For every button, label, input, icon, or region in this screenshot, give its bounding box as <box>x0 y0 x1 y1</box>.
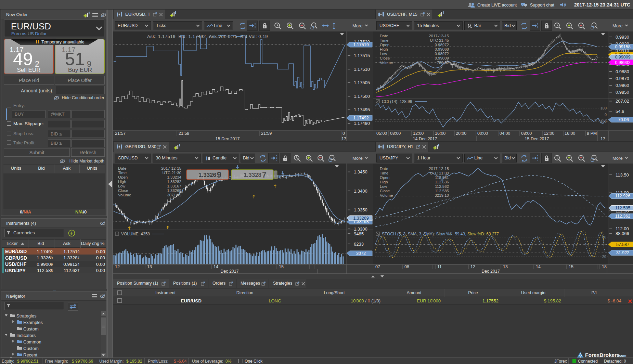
svg-text:1.33269: 1.33269 <box>353 216 369 221</box>
svg-text:14: 14 <box>536 264 541 269</box>
svg-text:0.99009: 0.99009 <box>615 55 630 60</box>
svg-text:Close: Close <box>118 188 128 193</box>
svg-text:21:58: 21:58 <box>179 131 189 136</box>
svg-text:20: 20 <box>602 255 606 259</box>
svg-text:Date: Date <box>380 167 388 171</box>
svg-text:Dec 2017: Dec 2017 <box>481 269 500 274</box>
svg-text:14: 14 <box>214 264 218 269</box>
svg-text:Volume: Volume <box>380 61 393 65</box>
svg-text:3072: 3072 <box>356 251 366 256</box>
svg-text:54.6: 54.6 <box>616 109 624 114</box>
svg-text:12:00: 12:00 <box>544 131 554 136</box>
svg-text:UTC 21:45: UTC 21:45 <box>430 38 449 42</box>
svg-text:112.585: 112.585 <box>615 206 630 210</box>
svg-text:STOCH (5, 3, SMA, 3, SMA): Slo: STOCH (5, 3, SMA, 3, SMA): Slow %K: 59.4… <box>382 232 499 236</box>
svg-text:Low: Low <box>380 184 387 188</box>
svg-text:57.587: 57.587 <box>616 242 629 247</box>
svg-text:0.98972: 0.98972 <box>435 43 449 47</box>
svg-text:High: High <box>380 47 388 51</box>
svg-text:UTC 21:00: UTC 21:00 <box>430 171 449 175</box>
svg-text:112.562: 112.562 <box>435 184 449 188</box>
svg-text:21:57: 21:57 <box>115 131 126 136</box>
svg-text:Date: Date <box>380 34 388 38</box>
svg-text:1.17495: 1.17495 <box>354 107 370 112</box>
svg-text:Close: Close <box>380 56 390 60</box>
svg-text:3071.95: 3071.95 <box>167 193 181 197</box>
svg-text:0.9880: 0.9880 <box>616 69 629 74</box>
svg-text:1.17500: 1.17500 <box>354 94 370 99</box>
svg-text:16:00: 16:00 <box>435 131 445 136</box>
svg-text:1.3350: 1.3350 <box>354 207 367 212</box>
svg-text:08:00: 08:00 <box>390 131 401 136</box>
svg-text:11: 11 <box>437 264 442 269</box>
svg-text:21:59: 21:59 <box>261 131 272 136</box>
svg-text:0.9850: 0.9850 <box>616 90 629 95</box>
svg-text:17: 17 <box>341 136 346 141</box>
svg-text:0.9870: 0.9870 <box>616 76 629 81</box>
svg-text:Volume: Volume <box>380 193 393 197</box>
svg-text:VOLUME: 4358: VOLUME: 4358 <box>121 232 150 236</box>
svg-text:1.17490: 1.17490 <box>354 121 370 126</box>
svg-text:Open: Open <box>380 176 389 180</box>
svg-text:High: High <box>380 180 388 184</box>
svg-text:113.50: 113.50 <box>616 172 629 178</box>
svg-text:9485: 9485 <box>354 231 364 236</box>
svg-text:1.33282: 1.33282 <box>167 180 181 184</box>
svg-text:Open: Open <box>380 43 389 47</box>
svg-text:12: 12 <box>115 264 120 269</box>
svg-text:Ask: 1.17519 Bid: 1.17492 As: Ask: 1.17519 Bid: 1.17492 Ask Vol: 0.75 … <box>147 34 268 39</box>
svg-text:Low: Low <box>380 52 387 56</box>
svg-text:207.02: 207.02 <box>616 99 629 104</box>
svg-text:88.066: 88.066 <box>616 231 629 236</box>
svg-text:1.3300: 1.3300 <box>354 226 367 232</box>
svg-text:Time: Time <box>380 38 388 42</box>
svg-text:112.581: 112.581 <box>435 176 449 180</box>
svg-text:00:00: 00:00 <box>477 131 488 136</box>
svg-text:Close: Close <box>380 189 390 193</box>
svg-text:.com: .com <box>618 354 626 358</box>
svg-text:07: 07 <box>375 264 380 269</box>
svg-text:31.922: 31.922 <box>616 250 629 255</box>
svg-text:1.33269: 1.33269 <box>167 188 181 193</box>
svg-text:13: 13 <box>147 264 152 269</box>
svg-text:15 Dec 2017: 15 Dec 2017 <box>525 136 549 141</box>
svg-text:6233: 6233 <box>354 242 364 247</box>
svg-text:12:00: 12:00 <box>413 131 424 136</box>
svg-text:1.17510: 1.17510 <box>354 67 370 72</box>
svg-text:1.3450: 1.3450 <box>354 169 367 174</box>
svg-text:1.3326: 1.3326 <box>198 172 216 178</box>
svg-text:08:00: 08:00 <box>521 131 532 136</box>
svg-text:Time: Time <box>380 171 388 175</box>
svg-text:05:00: 05:00 <box>376 131 387 136</box>
svg-text:7: 7 <box>262 170 267 179</box>
svg-text:0.99009: 0.99009 <box>435 56 449 60</box>
svg-text:112.585: 112.585 <box>435 189 449 193</box>
svg-text:0.9860: 0.9860 <box>616 83 629 88</box>
svg-text:1.17519: 1.17519 <box>353 42 369 47</box>
svg-text:2017-12-15: 2017-12-15 <box>161 166 181 170</box>
svg-text:9: 9 <box>217 170 221 179</box>
svg-text:2017-12-15: 2017-12-15 <box>429 34 449 38</box>
svg-text:15: 15 <box>569 264 573 269</box>
svg-text:-70.06: -70.06 <box>617 117 629 122</box>
svg-text:04:00: 04:00 <box>500 131 510 136</box>
svg-text:780.52: 780.52 <box>437 61 449 65</box>
svg-text:High: High <box>118 180 126 184</box>
svg-text:15: 15 <box>279 264 284 269</box>
svg-text:Volume: Volume <box>118 193 131 197</box>
svg-text:112.362: 112.362 <box>615 214 630 219</box>
svg-text:0.98932: 0.98932 <box>615 60 630 65</box>
svg-text:8 PM: 8 PM <box>587 131 597 136</box>
svg-text:12: 12 <box>470 264 475 269</box>
svg-text:0.9930: 0.9930 <box>616 35 629 40</box>
svg-text:08: 08 <box>404 264 409 269</box>
svg-text:Dec 2017: Dec 2017 <box>220 269 239 274</box>
svg-text:Open: Open <box>118 175 128 179</box>
svg-text:Date: Date <box>118 166 126 170</box>
svg-text:1.3328: 1.3328 <box>244 172 261 178</box>
svg-text:1.17505: 1.17505 <box>354 80 370 85</box>
svg-text:100: 100 <box>600 106 607 110</box>
svg-text:1.33234: 1.33234 <box>167 175 181 179</box>
svg-text:15 Dec 2017: 15 Dec 2017 <box>216 136 240 141</box>
svg-text:18: 18 <box>602 264 607 269</box>
